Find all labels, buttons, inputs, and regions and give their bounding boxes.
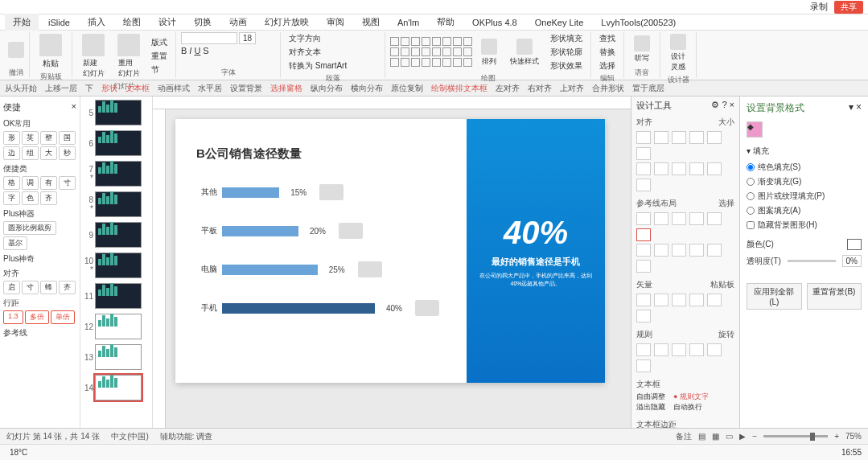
tab-onekey[interactable]: OneKey Lite [527,15,592,30]
select-button[interactable]: 选择 [596,60,619,72]
thumbnail-6[interactable] [95,130,142,156]
radio-gradient[interactable]: 渐变填充(G) [747,176,862,187]
bg-color-picker[interactable] [847,239,862,250]
sec-merge[interactable]: 合并形状 [592,83,624,94]
slide-canvas[interactable]: B公司销售途径数量 其他15%平板20%电脑25%手机40% 40% 最好的销售… [175,119,605,383]
tab-home[interactable]: 开始 [5,14,39,31]
find-button[interactable]: 查找 [596,32,619,45]
sec-bring-fwd[interactable]: 上移一层 [45,83,77,94]
apply-all-button[interactable]: 应用到全部(L) [747,283,802,310]
sec-align-t[interactable]: 上对齐 [560,83,584,94]
thumbnail-12[interactable] [95,314,142,339]
sel-6-icon[interactable] [636,260,651,273]
quick-spacing-single[interactable]: 单倍 [51,310,75,324]
tab-draw[interactable]: 绘图 [115,14,149,31]
radio-picture[interactable]: 图片或纹理填充(P) [747,191,862,202]
size-eq-icon[interactable] [636,147,651,160]
sel-2-icon[interactable] [707,212,722,225]
arrange-button[interactable]: 排列 [476,37,502,68]
clock[interactable]: 16:55 [841,448,862,457]
thumbnail-8[interactable] [95,191,142,217]
vec-1-icon[interactable] [636,294,651,306]
text-direction-button[interactable]: 文字方向 [286,32,350,45]
quick-btn[interactable]: 调 [22,176,39,190]
align-mid-icon[interactable] [654,162,668,175]
quick-btn[interactable]: 基尔 [3,236,27,250]
shape-effects-button[interactable]: 形状效果 [547,60,586,72]
font-family-select[interactable] [181,32,237,44]
task-gear-icon[interactable]: ⚙ [711,100,719,109]
thumbnail-11[interactable] [95,283,142,309]
task-help-icon[interactable]: ? [722,100,726,109]
share-button[interactable]: 共享 [834,1,863,14]
thumbnail-13[interactable] [95,344,142,370]
quick-btn[interactable]: 格 [3,176,20,190]
align-center-icon[interactable] [654,131,668,144]
fill-tab-icon[interactable]: ◆ [747,121,763,138]
tab-insert[interactable]: 插入 [80,14,113,31]
tab-animation[interactable]: 动画 [221,14,255,31]
sel-3-icon[interactable] [636,228,651,241]
tab-islide[interactable]: iSlide [40,15,78,30]
reset-button[interactable]: 重置 [148,50,171,63]
reuse-slide-button[interactable]: 重用 幻灯片 [113,32,145,80]
sec-textbox[interactable]: 文本框 [125,83,150,94]
transparency-slider[interactable] [788,260,836,262]
quick-btn[interactable]: 有 [40,176,57,190]
size-w-icon[interactable] [689,131,704,144]
bold-button[interactable]: B [181,46,187,55]
paste-button[interactable]: 粘贴 [35,32,67,71]
sec-from-start[interactable]: 从头开始 [5,83,37,94]
sel-5-icon[interactable] [707,244,722,257]
sec-send-back[interactable]: 置于底层 [632,83,664,94]
clip-2-icon[interactable] [707,294,722,306]
quick-btn[interactable]: 启 [3,281,20,294]
align-top-icon[interactable] [636,162,651,175]
quick-btn[interactable]: 蜂 [40,281,57,294]
rule-3-icon[interactable] [672,343,686,356]
align-bot-icon[interactable] [672,162,686,175]
quick-close-icon[interactable]: × [72,101,76,113]
quick-btn[interactable]: 色 [22,191,39,205]
thumbnail-9[interactable] [95,222,142,248]
thumbnail-14[interactable] [95,375,142,400]
sel-1-icon[interactable] [689,212,704,225]
strike-button[interactable]: S [203,46,208,55]
task-close-icon[interactable]: × [730,100,734,109]
quick-btn[interactable]: 边 [3,146,20,160]
zoom-out-icon[interactable]: − [752,432,757,441]
guide-1-icon[interactable] [636,212,651,225]
section-button[interactable]: 节 [148,64,171,76]
size-h-icon[interactable] [707,131,722,144]
sec-center-h[interactable]: 水平居 [198,83,222,94]
quick-btn[interactable]: 组 [22,146,39,160]
quick-btn[interactable]: 寸 [22,281,39,294]
guide-5-icon[interactable] [654,244,668,257]
record-button[interactable]: 录制 [810,1,828,13]
quick-btn[interactable]: 齐 [40,191,57,205]
dictate-button[interactable]: 听写 [629,34,655,65]
thumbnail-5[interactable] [95,100,142,125]
quick-btn[interactable]: 字 [3,191,20,205]
tab-slideshow[interactable]: 幻灯片放映 [257,14,317,31]
designer-button[interactable]: 设计 灵感 [665,32,691,74]
quick-spacing-13[interactable]: 1.3 [3,310,23,324]
replace-button[interactable]: 替换 [596,46,619,59]
bg-close-icon[interactable]: × [856,101,862,113]
quick-btn[interactable]: 齐 [59,281,76,294]
sec-dist-h[interactable]: 横向分布 [351,83,383,94]
smartart-button[interactable]: 转换为 SmartArt [286,60,350,72]
clip-1-icon[interactable] [689,294,704,306]
vec-3-icon[interactable] [672,294,686,306]
weather-widget[interactable]: 18°C [10,448,27,457]
sec-bg[interactable]: 设置背景 [230,83,262,94]
accessibility-indicator[interactable]: 辅助功能: 调查 [160,431,213,442]
sec-down[interactable]: 下 [85,83,93,94]
undo-icon[interactable] [8,42,24,58]
tab-review[interactable]: 审阅 [319,14,352,31]
sec-selection-pane[interactable]: 选择窗格 [270,83,302,94]
shape-gallery[interactable] [390,37,473,68]
quick-btn[interactable]: 整 [40,131,57,145]
size-x-icon[interactable] [689,162,704,175]
thumbnail-7[interactable] [95,161,142,187]
